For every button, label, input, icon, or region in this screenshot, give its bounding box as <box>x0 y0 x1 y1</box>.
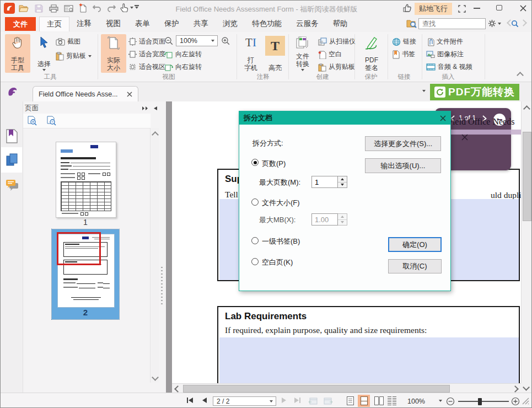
resize-grip-icon[interactable] <box>522 398 529 405</box>
ok-button[interactable]: 确定(O) <box>388 237 442 252</box>
highlight-button[interactable]: T 高亮 <box>264 34 286 73</box>
pdf-converter-badge[interactable]: PDF万能转换 <box>430 84 519 100</box>
comments-panel-icon[interactable] <box>5 179 19 192</box>
pages-panel-tab-active[interactable] <box>1 147 22 173</box>
hand-tool-button[interactable]: 手型 工具 <box>5 34 30 73</box>
file-attachment-button[interactable]: 文件附件 <box>426 36 463 47</box>
document-vscrollbar[interactable] <box>521 101 532 383</box>
sidebar-scrollbar[interactable] <box>150 128 159 383</box>
doc-hscroll-thumb[interactable] <box>183 385 450 393</box>
zoom-out-icon[interactable] <box>164 36 174 46</box>
audio-video-button[interactable]: 音频 & 视频 <box>426 61 472 73</box>
screenshot-button[interactable]: 截图 <box>56 36 80 47</box>
zoom-slider-track[interactable] <box>458 401 509 402</box>
collapse-ribbon-icon[interactable] <box>517 72 524 79</box>
doc-vscroll-thumb[interactable] <box>523 132 531 221</box>
doc-scroll-up-icon[interactable] <box>523 105 530 112</box>
from-scanner-button[interactable]: 从扫描仪 <box>318 36 356 47</box>
doc-scroll-down-icon[interactable] <box>523 384 530 391</box>
select-tool-button[interactable]: 选择 <box>33 34 56 73</box>
minimize-button[interactable] <box>474 8 480 9</box>
convert-files-button[interactable]: 文件 转换 <box>291 34 315 73</box>
fit-page-button[interactable]: 适合页面 <box>128 36 165 47</box>
page-thumbnail-2-selected[interactable]: 2 <box>52 229 119 319</box>
page-number-combo[interactable]: 2 / 2 <box>213 396 276 406</box>
zoom-level-combo[interactable]: 100% <box>176 35 218 46</box>
from-clipboard-button[interactable]: 从剪贴板 <box>318 61 355 73</box>
fullscreen-icon[interactable] <box>456 3 467 14</box>
document-tab[interactable]: Field Office Needs Asse... <box>33 86 138 101</box>
facing-view-button[interactable] <box>374 396 384 405</box>
dialog-title-bar[interactable]: 拆分文档 <box>239 111 450 125</box>
enlarge-thumbnails-icon[interactable] <box>27 116 37 126</box>
max-pages-spinner[interactable] <box>337 176 347 188</box>
radio-page-count[interactable] <box>251 159 259 166</box>
output-options-button[interactable]: 输出选项(U)... <box>365 158 441 173</box>
tab-protect[interactable]: 保护 <box>157 17 186 31</box>
max-pages-input[interactable] <box>311 176 338 188</box>
red-rectangle-annotation[interactable] <box>57 232 101 265</box>
sidebar-scroll-up-icon[interactable] <box>152 131 159 138</box>
find-next-icon[interactable] <box>520 19 527 26</box>
cancel-button[interactable]: 取消(C) <box>388 259 442 273</box>
file-menu-button[interactable]: 文件 <box>5 17 36 31</box>
rotate-right-button[interactable]: 向右旋转 <box>164 61 202 73</box>
clipboard-button[interactable]: 剪贴板 <box>56 50 92 62</box>
dialog-close-icon[interactable] <box>440 115 446 121</box>
previous-page-button[interactable] <box>202 398 207 403</box>
expand-panel-icon[interactable] <box>142 106 149 111</box>
zoom-in-icon[interactable] <box>221 36 230 46</box>
fit-visible-button[interactable]: 适合视区 <box>128 61 165 73</box>
close-window-icon[interactable] <box>518 3 529 14</box>
doc-scroll-left-icon[interactable] <box>174 385 181 393</box>
single-page-view-button[interactable] <box>347 396 354 405</box>
tab-home[interactable]: 主页 <box>39 17 69 31</box>
tab-comment[interactable]: 注释 <box>69 17 99 31</box>
fit-width-button[interactable]: 适合宽度 <box>128 49 165 60</box>
page-thumbnail-1[interactable] <box>56 142 116 218</box>
spin-down-icon[interactable] <box>338 182 347 188</box>
close-tab-icon[interactable] <box>127 92 132 97</box>
previous-view-icon[interactable] <box>308 396 318 405</box>
continuous-view-button-active[interactable] <box>358 395 370 407</box>
restore-button[interactable] <box>496 5 502 10</box>
spin-up-icon[interactable] <box>338 176 347 182</box>
tab-share[interactable]: 共享 <box>186 17 216 31</box>
rotate-left-button[interactable]: 向左旋转 <box>164 49 202 60</box>
last-page-button[interactable] <box>294 398 300 403</box>
search-folder-icon[interactable] <box>406 18 417 29</box>
radio-file-size[interactable] <box>251 198 259 206</box>
foxit-brush-icon[interactable] <box>7 87 18 97</box>
form-bar-close-icon[interactable] <box>461 134 468 141</box>
typewriter-button[interactable]: TI 打 字机 <box>240 34 262 73</box>
radio-blank-pages[interactable] <box>251 258 259 265</box>
first-page-button[interactable] <box>187 398 193 403</box>
zoom-in-circle-icon[interactable] <box>511 397 520 406</box>
blank-page-button[interactable]: 空白 <box>318 49 342 60</box>
zoom-slider-thumb[interactable] <box>478 398 482 405</box>
document-hscrollbar[interactable] <box>172 383 521 393</box>
link-button[interactable]: 链接 <box>392 36 416 47</box>
panel-splitter-handle[interactable] <box>161 267 163 305</box>
zoom-menu-caret[interactable] <box>439 400 442 402</box>
tab-browse[interactable]: 浏览 <box>216 17 245 31</box>
more-tabs-caret[interactable] <box>422 90 426 92</box>
zoom-out-circle-icon[interactable] <box>446 397 455 406</box>
pdf-sign-button[interactable]: PDF 签名 <box>359 34 384 73</box>
collapse-panel-icon[interactable] <box>153 106 158 111</box>
tab-cloud[interactable]: 云服务 <box>289 17 326 31</box>
next-view-icon[interactable] <box>324 396 333 405</box>
tab-features[interactable]: 特色功能 <box>245 17 289 31</box>
tab-form[interactable]: 表单 <box>128 17 157 31</box>
sidebar-scroll-down-icon[interactable] <box>152 374 159 381</box>
reduce-thumbnails-icon[interactable] <box>46 116 56 126</box>
next-page-button[interactable] <box>282 398 286 403</box>
thumb-up-icon[interactable] <box>401 2 412 13</box>
radio-top-bookmarks[interactable] <box>251 237 259 244</box>
bookmark-button[interactable]: 书签 <box>392 49 415 60</box>
tab-help[interactable]: 帮助 <box>326 17 355 31</box>
image-annotation-button[interactable]: 图像标注 <box>426 49 464 60</box>
tab-view[interactable]: 视图 <box>99 17 128 31</box>
lab-form-field[interactable] <box>219 337 519 383</box>
search-options-button[interactable] <box>488 19 501 28</box>
